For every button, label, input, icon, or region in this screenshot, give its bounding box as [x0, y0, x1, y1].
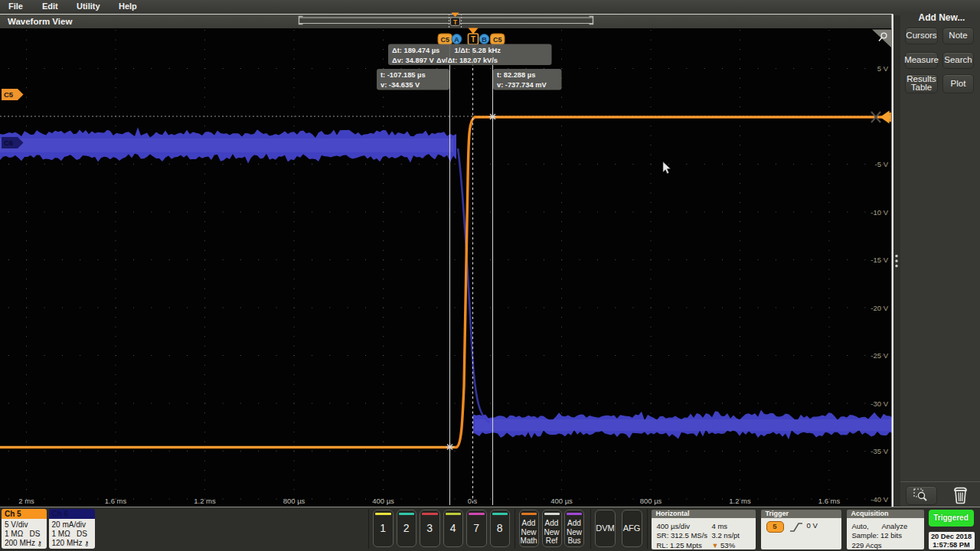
svg-text:-35 V: -35 V [871, 447, 888, 455]
svg-text:1.2 ms: 1.2 ms [194, 497, 216, 505]
svg-text:5 V: 5 V [877, 64, 889, 73]
svg-text:-15 V: -15 V [871, 256, 888, 264]
svg-text:C6: C6 [4, 139, 13, 147]
svg-text:T: T [453, 18, 458, 26]
svg-text:400 µs: 400 µs [372, 497, 394, 505]
svg-text:-20 V: -20 V [871, 304, 888, 312]
svg-text:C5: C5 [4, 90, 14, 99]
svg-text:800 µs: 800 µs [283, 497, 305, 505]
svg-text:400 µs: 400 µs [550, 497, 573, 505]
svg-text:Δv: 34.897 V: Δv: 34.897 V [392, 57, 435, 64]
svg-text:Δv/Δt: 182.07 kV/s: Δv/Δt: 182.07 kV/s [436, 57, 498, 64]
svg-text:2 ms: 2 ms [18, 497, 34, 505]
svg-text:A: A [454, 35, 459, 44]
svg-text:v: -34.635 V: v: -34.635 V [381, 81, 420, 89]
svg-text:C5: C5 [440, 36, 449, 44]
svg-text:1.2 ms: 1.2 ms [729, 497, 751, 505]
svg-text:-5 V: -5 V [875, 160, 889, 168]
svg-text:t: -107.185 µs: t: -107.185 µs [381, 71, 426, 79]
svg-text:-25 V: -25 V [871, 351, 888, 360]
svg-text:Δt: 189.474 µs: Δt: 189.474 µs [392, 47, 439, 54]
svg-text:1/Δt: 5.28 kHz: 1/Δt: 5.28 kHz [455, 47, 501, 54]
svg-text:C5: C5 [493, 36, 502, 44]
svg-text:B: B [482, 35, 487, 44]
svg-text:-30 V: -30 V [871, 399, 888, 408]
svg-text:800 µs: 800 µs [640, 497, 662, 505]
svg-text:-10 V: -10 V [871, 208, 888, 217]
svg-text:1.6 ms: 1.6 ms [105, 497, 127, 505]
svg-text:1.6 ms: 1.6 ms [818, 497, 841, 505]
svg-text:t: 82.288 µs: t: 82.288 µs [497, 71, 535, 79]
svg-text:-40 V: -40 V [871, 495, 888, 504]
svg-text:T: T [471, 35, 475, 44]
svg-text:v: -737.734 mV: v: -737.734 mV [497, 81, 547, 89]
